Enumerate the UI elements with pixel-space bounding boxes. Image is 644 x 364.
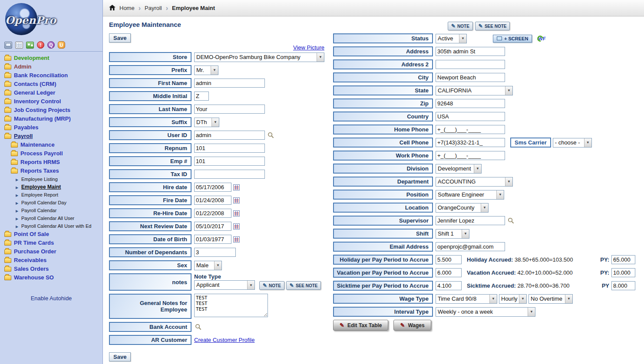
- address-input[interactable]: [436, 47, 505, 56]
- city-input[interactable]: [436, 73, 505, 82]
- home-icon[interactable]: [109, 5, 116, 10]
- fire-date-input[interactable]: [194, 196, 231, 205]
- location-select[interactable]: OrangeCounty: [436, 203, 489, 213]
- save-button-bottom[interactable]: Save: [109, 352, 131, 361]
- email-input[interactable]: [436, 242, 505, 251]
- calendar-icon[interactable]: [233, 184, 240, 190]
- vacation-accrue-input[interactable]: [436, 268, 462, 277]
- address2-input[interactable]: [436, 60, 505, 69]
- state-select[interactable]: CALIFORNIA: [436, 86, 513, 95]
- first-name-input[interactable]: [194, 79, 265, 88]
- suffix-select[interactable]: DTh: [194, 118, 219, 127]
- store-select[interactable]: DEMO-OpenPro Samburg Bike Company: [194, 52, 324, 62]
- sidebar-item-payroll-calendar-day[interactable]: Payroll Calendar Day: [16, 199, 102, 207]
- sidebar-item-general-ledger[interactable]: General Ledger: [3, 89, 102, 97]
- save-button-top[interactable]: Save: [109, 33, 131, 43]
- sidebar-item-pr-time-cards[interactable]: PR Time Cards: [3, 239, 102, 247]
- vacation-py-input[interactable]: [611, 268, 635, 277]
- calendar-icon[interactable]: [233, 223, 240, 230]
- calendar-icon[interactable]: [233, 210, 240, 216]
- note-type-select[interactable]: Applicant: [194, 280, 255, 290]
- sidebar-item-warehouse-so[interactable]: Warehouse SO: [3, 273, 102, 282]
- user-id-input[interactable]: [194, 131, 265, 140]
- shift-select[interactable]: Shift 1: [436, 229, 469, 239]
- search-icon[interactable]: [508, 217, 514, 224]
- calendar-icon[interactable]: [233, 197, 240, 203]
- see-note-button[interactable]: SEE NOTE: [475, 22, 510, 30]
- sidebar-item-process-payroll[interactable]: Process Payroll: [10, 149, 102, 158]
- interval-type-select[interactable]: Weekly - once a week: [436, 307, 535, 317]
- add-screen-button[interactable]: + SCREEN: [493, 35, 532, 43]
- calculator-icon[interactable]: [15, 42, 23, 49]
- users-icon[interactable]: [26, 42, 34, 49]
- calendar-icon[interactable]: [233, 236, 240, 243]
- wages-button[interactable]: Wages: [393, 320, 431, 331]
- sidebar-item-point-of-sale[interactable]: Point Of Sale: [3, 230, 102, 239]
- sidebar-item-purchase-order[interactable]: Purchase Order: [3, 247, 102, 256]
- department-select[interactable]: ACCOUNTING: [436, 177, 513, 187]
- monitor-icon[interactable]: [4, 42, 12, 49]
- sidebar-item-job-costing-projects[interactable]: Job Costing Projects: [3, 106, 102, 115]
- sidebar-item-development[interactable]: Development: [3, 54, 102, 62]
- workflow-icon[interactable]: WF: [537, 36, 545, 42]
- home-phone-input[interactable]: [436, 125, 505, 134]
- sidebar-item-reports-hrms[interactable]: Reports HRMS: [10, 158, 102, 167]
- middle-initial-input[interactable]: [194, 92, 209, 101]
- sidebar-item-admin[interactable]: Admin: [3, 62, 102, 71]
- tax-id-input[interactable]: [194, 170, 265, 179]
- sex-select[interactable]: Male: [194, 261, 222, 270]
- edit-tax-table-button[interactable]: Edit Tax Table: [333, 320, 388, 331]
- date-of-birth-input[interactable]: [194, 235, 231, 244]
- sidebar-item-maintenance[interactable]: Maintenance: [10, 141, 102, 149]
- sidebar-item-employee-maint[interactable]: Employee Maint: [16, 183, 102, 191]
- note-button[interactable]: NOTE: [448, 22, 473, 30]
- sidebar-item-reports-taxes[interactable]: Reports Taxes: [10, 167, 102, 175]
- breadcrumb-home[interactable]: Home: [119, 5, 135, 11]
- sicktime-accrue-input[interactable]: [436, 281, 462, 290]
- supervisor-input[interactable]: [436, 216, 505, 225]
- wage-type-select[interactable]: Time Card 90/8: [436, 294, 497, 304]
- sicktime-py-input[interactable]: [611, 281, 635, 290]
- notes-note-button[interactable]: NOTE: [259, 281, 284, 290]
- country-input[interactable]: [436, 112, 505, 121]
- sms-carrier-select[interactable]: - choose -: [553, 138, 592, 148]
- last-name-input[interactable]: [194, 105, 265, 114]
- sidebar-item-payroll[interactable]: Payroll: [3, 132, 102, 141]
- sidebar-item-payables[interactable]: Payables: [3, 123, 102, 132]
- sidebar-item-employee-report[interactable]: Employee Report: [16, 191, 102, 199]
- work-phone-input[interactable]: [436, 151, 505, 160]
- q-badge-icon[interactable]: [47, 41, 55, 49]
- view-picture-link[interactable]: View Picture: [293, 44, 324, 51]
- prefix-select[interactable]: Mr.: [194, 66, 218, 75]
- sidebar-item-payroll-calendar-all-user-with-ed[interactable]: Payroll Calendar All User with Ed: [16, 222, 102, 230]
- holiday-accrue-input[interactable]: [436, 255, 462, 264]
- create-customer-profile-link[interactable]: Create Customer Profile: [194, 337, 254, 343]
- dependants-input[interactable]: [194, 248, 236, 257]
- general-notes-textarea[interactable]: TEST TEST TEST: [194, 294, 268, 317]
- emp-number-input[interactable]: [194, 157, 265, 166]
- overtime-select[interactable]: No Overtime: [528, 294, 573, 304]
- pay-basis-select[interactable]: Hourly: [499, 294, 527, 304]
- cell-phone-input[interactable]: [436, 138, 505, 147]
- sidebar-item-receivables[interactable]: Receivables: [3, 256, 102, 265]
- enable-autohide-link[interactable]: Enable Autohide: [0, 295, 102, 302]
- sidebar-item-sales-orders[interactable]: Sales Orders: [3, 265, 102, 273]
- info-icon[interactable]: [37, 41, 44, 49]
- division-select[interactable]: Development: [436, 164, 482, 174]
- sidebar-item-payroll-calendar[interactable]: Payroll Calendar: [16, 207, 102, 214]
- rehire-date-input[interactable]: [194, 209, 231, 218]
- next-review-date-input[interactable]: [194, 222, 231, 231]
- breadcrumb-payroll[interactable]: Payroll: [145, 5, 162, 11]
- sidebar-item-manufacturing-mrp[interactable]: Manufacturing (MRP): [3, 115, 102, 123]
- sidebar-item-payroll-calendar-all-user[interactable]: Payroll Calendar All User: [16, 214, 102, 222]
- sms-carrier-button[interactable]: Sms Carrier: [510, 138, 551, 148]
- zip-input[interactable]: [436, 99, 505, 108]
- repnum-input[interactable]: [194, 144, 265, 153]
- sidebar-item-bank-reconciliation[interactable]: Bank Reconciliation: [3, 71, 102, 80]
- sidebar-item-contacts-crm[interactable]: Contacts (CRM): [3, 80, 102, 89]
- u-badge-icon[interactable]: [58, 41, 65, 49]
- notes-see-note-button[interactable]: SEE NOTE: [286, 281, 321, 290]
- search-icon[interactable]: [195, 324, 201, 330]
- sidebar-item-inventory-control[interactable]: Inventory Control: [3, 97, 102, 106]
- holiday-py-input[interactable]: [611, 255, 635, 264]
